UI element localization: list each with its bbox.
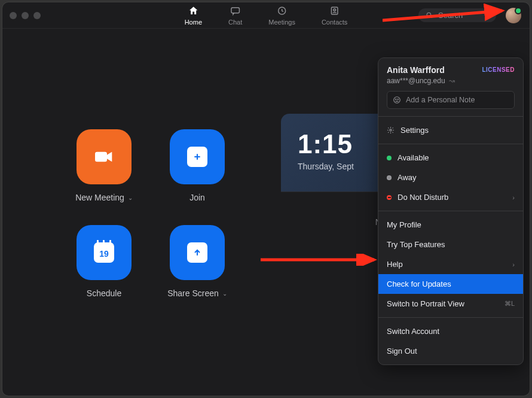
tile-join: Join: [152, 129, 242, 202]
tab-contacts-label: Contacts: [322, 19, 347, 26]
tile-schedule: 19 Schedule: [59, 225, 149, 298]
presence-dnd-icon: [387, 195, 392, 200]
menu-check-for-updates[interactable]: Check for Updates: [378, 274, 523, 294]
new-meeting-label[interactable]: New Meeting ⌄: [75, 193, 133, 202]
personal-note-placeholder: Add a Personal Note: [406, 96, 475, 104]
main-body: New Meeting ⌄ Join: [2, 29, 530, 396]
personal-note-input[interactable]: Add a Personal Note: [387, 91, 515, 109]
search-icon: [426, 11, 433, 19]
svg-rect-0: [231, 8, 240, 13]
link-icon: ↝: [449, 77, 455, 85]
schedule-label: Schedule: [87, 288, 121, 298]
svg-rect-5: [95, 152, 107, 162]
app-window: Home Chat Meetings Contacts: [2, 2, 530, 396]
join-button[interactable]: [170, 129, 225, 184]
share-screen-label[interactable]: Share Screen ⌄: [167, 288, 227, 298]
tile-share-screen: Share Screen ⌄: [152, 225, 242, 298]
contacts-icon: [329, 5, 341, 17]
close-window-button[interactable]: [10, 12, 17, 19]
new-meeting-button[interactable]: [77, 129, 132, 184]
tab-home[interactable]: Home: [185, 5, 202, 26]
menu-sign-out[interactable]: Sign Out: [378, 341, 523, 361]
presence-away-icon: [387, 175, 392, 180]
menu-away[interactable]: Away: [378, 168, 523, 187]
svg-point-4: [427, 13, 431, 17]
maximize-window-button[interactable]: [33, 12, 41, 19]
home-icon: [187, 5, 199, 17]
profile-avatar-button[interactable]: [506, 8, 521, 23]
tab-meetings-label: Meetings: [268, 19, 295, 26]
tab-chat-label: Chat: [228, 19, 242, 26]
keyboard-shortcut: ⌘L: [505, 300, 515, 308]
tab-chat[interactable]: Chat: [228, 5, 242, 26]
chevron-right-icon: ›: [512, 194, 515, 201]
tab-contacts[interactable]: Contacts: [322, 5, 347, 26]
svg-point-8: [398, 99, 398, 99]
presence-available-icon: [387, 156, 392, 160]
search-input[interactable]: Search: [418, 8, 496, 22]
menu-settings[interactable]: Settings: [378, 120, 523, 140]
gear-icon: [387, 126, 395, 134]
smiley-icon: [393, 96, 401, 104]
tab-meetings[interactable]: Meetings: [268, 5, 295, 26]
search-placeholder: Search: [438, 11, 463, 20]
menu-switch-account[interactable]: Switch Account: [378, 321, 523, 341]
chevron-down-icon: ⌄: [128, 195, 133, 201]
share-screen-button[interactable]: [170, 225, 225, 280]
profile-menu: Anita Warfford LICENSED aaw***@uncg.edu …: [378, 57, 524, 365]
video-icon: [92, 145, 116, 169]
titlebar: Home Chat Meetings Contacts: [2, 2, 530, 29]
svg-point-9: [390, 129, 392, 131]
menu-user-email: aaw***@uncg.edu ↝: [387, 77, 515, 85]
menu-do-not-disturb[interactable]: Do Not Disturb ›: [378, 187, 523, 207]
menu-switch-portrait[interactable]: Switch to Portrait View ⌘L: [378, 294, 523, 314]
menu-my-profile[interactable]: My Profile: [378, 215, 523, 235]
schedule-button[interactable]: 19: [77, 225, 132, 280]
arrow-up-icon: [187, 242, 207, 263]
menu-try-top-features[interactable]: Try Top Features: [378, 235, 523, 254]
window-controls: [10, 12, 41, 19]
chevron-down-icon: ⌄: [222, 290, 227, 297]
tab-home-label: Home: [185, 19, 202, 26]
menu-help[interactable]: Help ›: [378, 254, 523, 274]
clock-icon: [276, 5, 288, 17]
svg-point-3: [334, 9, 336, 11]
action-tiles: New Meeting ⌄ Join: [59, 129, 242, 298]
minimize-window-button[interactable]: [22, 12, 29, 19]
svg-point-7: [396, 99, 396, 99]
chevron-right-icon: ›: [512, 261, 515, 268]
svg-point-6: [394, 97, 400, 104]
tile-new-meeting: New Meeting ⌄: [59, 129, 149, 202]
menu-available[interactable]: Available: [378, 148, 523, 168]
license-badge: LICENSED: [482, 66, 515, 73]
plus-icon: [187, 147, 207, 167]
main-tabs: Home Chat Meetings Contacts: [185, 5, 348, 26]
join-label: Join: [189, 193, 205, 202]
calendar-icon: 19: [94, 242, 114, 263]
chat-icon: [230, 5, 241, 17]
